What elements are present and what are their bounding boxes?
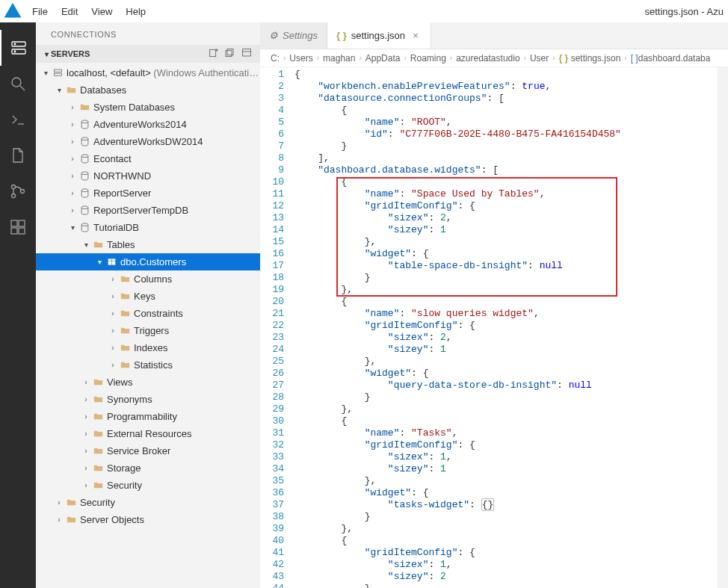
gear-icon: ⚙ bbox=[269, 30, 278, 41]
folder-icon bbox=[118, 291, 132, 302]
svg-rect-14 bbox=[210, 49, 216, 56]
tree-node[interactable]: ›Synonyms bbox=[36, 391, 260, 408]
database-icon bbox=[78, 170, 91, 182]
db-node[interactable]: ›AdventureWorksDW2014 bbox=[36, 133, 260, 150]
folder-icon bbox=[118, 359, 132, 371]
db-node[interactable]: ›NORTHWND bbox=[36, 167, 260, 185]
activity-explorer-icon[interactable] bbox=[0, 137, 36, 173]
db-node[interactable]: ›Econtact bbox=[36, 150, 260, 167]
editor-scrollbar[interactable] bbox=[718, 67, 728, 588]
svg-rect-13 bbox=[19, 228, 25, 234]
databases-node[interactable]: ▾ Databases bbox=[36, 81, 260, 99]
activity-servers-icon[interactable] bbox=[0, 30, 36, 66]
tables-node[interactable]: ▾Tables bbox=[36, 236, 260, 253]
activity-search-icon[interactable] bbox=[0, 66, 36, 102]
database-icon bbox=[78, 188, 91, 199]
activity-extensions-icon[interactable] bbox=[0, 209, 36, 245]
chevron-down-icon: ▾ bbox=[54, 86, 64, 94]
svg-rect-17 bbox=[226, 51, 232, 57]
breadcrumb[interactable]: C:› Users› maghan› AppData› Roaming› azu… bbox=[260, 49, 728, 67]
activity-terminal-icon[interactable] bbox=[0, 102, 36, 137]
new-group-icon[interactable] bbox=[224, 47, 236, 61]
tree-node[interactable]: ›Server Objects bbox=[36, 511, 260, 528]
brackets-icon: [ ] bbox=[631, 53, 638, 64]
db-node[interactable]: ›ReportServer bbox=[36, 185, 260, 202]
folder-icon bbox=[118, 342, 132, 353]
database-icon bbox=[78, 119, 91, 130]
databases-label: Databases bbox=[78, 84, 126, 96]
filter-icon[interactable] bbox=[241, 47, 253, 61]
tree-node[interactable]: ›Constraints bbox=[36, 305, 260, 322]
cursor-bracket-match: {} bbox=[481, 498, 495, 511]
svg-point-25 bbox=[81, 155, 88, 158]
tree-node[interactable]: ›Views bbox=[36, 374, 260, 391]
tree-node[interactable]: ›Programmability bbox=[36, 408, 260, 425]
new-connection-icon[interactable] bbox=[208, 47, 220, 61]
svg-rect-22 bbox=[54, 73, 61, 75]
tree-node[interactable]: ›Indexes bbox=[36, 339, 260, 356]
app-logo-icon bbox=[0, 0, 25, 24]
tree-node[interactable]: ›External Resources bbox=[36, 425, 260, 442]
db-node[interactable]: ›AdventureWorks2014 bbox=[36, 116, 260, 133]
svg-point-9 bbox=[21, 190, 25, 194]
tab-label: settings.json bbox=[351, 30, 405, 41]
database-icon bbox=[78, 153, 91, 164]
window-title: settings.json - Azu bbox=[645, 6, 729, 17]
code-body[interactable]: { "workbench.enablePreviewFeatures": tru… bbox=[294, 67, 718, 588]
menu-file[interactable]: File bbox=[25, 1, 55, 22]
menu-edit[interactable]: Edit bbox=[55, 1, 84, 22]
servers-section-header[interactable]: ▾ SERVERS bbox=[36, 45, 260, 63]
folder-icon bbox=[118, 308, 132, 319]
server-label: localhost, <default> bbox=[67, 67, 151, 78]
tree-node[interactable]: ›Columns bbox=[36, 270, 260, 288]
activity-source-control-icon[interactable] bbox=[0, 173, 36, 209]
db-node[interactable]: ›System Databases bbox=[36, 99, 260, 116]
editor-group: ⚙ Settings { } settings.json × C:› Users… bbox=[260, 22, 728, 588]
svg-rect-19 bbox=[243, 49, 251, 56]
menu-view[interactable]: View bbox=[84, 1, 119, 22]
database-icon bbox=[78, 205, 91, 216]
close-icon[interactable]: × bbox=[410, 30, 422, 41]
section-label: SERVERS bbox=[51, 49, 208, 58]
code-editor[interactable]: 1234567891011121314151617181920212223242… bbox=[260, 67, 728, 588]
database-icon bbox=[78, 136, 91, 147]
svg-rect-10 bbox=[11, 220, 17, 226]
folder-icon bbox=[91, 428, 105, 439]
tab-settings[interactable]: ⚙ Settings bbox=[260, 22, 327, 49]
server-tree[interactable]: ▾ localhost, <default> (Windows Authenti… bbox=[36, 63, 260, 588]
folder-icon bbox=[91, 480, 105, 491]
db-node[interactable]: ›ReportServerTempDB bbox=[36, 202, 260, 219]
menu-help[interactable]: Help bbox=[119, 1, 152, 22]
folder-icon bbox=[118, 325, 132, 336]
folder-icon bbox=[91, 445, 105, 457]
svg-point-23 bbox=[81, 120, 88, 123]
line-numbers: 1234567891011121314151617181920212223242… bbox=[260, 67, 294, 588]
tree-node[interactable]: ›Keys bbox=[36, 288, 260, 305]
svg-point-7 bbox=[12, 185, 16, 189]
svg-line-5 bbox=[20, 86, 25, 90]
tree-node[interactable]: ›Storage bbox=[36, 459, 260, 477]
tree-node[interactable]: ›Service Broker bbox=[36, 442, 260, 459]
server-node[interactable]: ▾ localhost, <default> (Windows Authenti… bbox=[36, 64, 260, 81]
db-node[interactable]: ▾TutorialDB bbox=[36, 219, 260, 236]
tree-node[interactable]: ›Security bbox=[36, 494, 260, 511]
svg-point-4 bbox=[12, 78, 21, 87]
table-node-selected[interactable]: ▾dbo.Customers bbox=[36, 253, 260, 270]
svg-rect-21 bbox=[54, 69, 61, 72]
tab-settings-json[interactable]: { } settings.json × bbox=[327, 22, 431, 49]
svg-rect-18 bbox=[227, 49, 233, 55]
folder-icon bbox=[91, 394, 105, 405]
svg-point-27 bbox=[81, 189, 88, 192]
folder-icon bbox=[64, 497, 78, 508]
server-icon bbox=[51, 67, 64, 78]
tab-label: Settings bbox=[283, 30, 318, 41]
tree-node[interactable]: ›Triggers bbox=[36, 322, 260, 339]
tree-node[interactable]: ›Statistics bbox=[36, 356, 260, 374]
editor-tabs: ⚙ Settings { } settings.json × bbox=[260, 22, 728, 49]
svg-rect-11 bbox=[19, 220, 25, 226]
svg-point-24 bbox=[81, 137, 88, 140]
svg-point-3 bbox=[14, 51, 16, 52]
tree-node[interactable]: ›Security bbox=[36, 477, 260, 494]
menu-bar: File Edit View Help bbox=[25, 1, 152, 22]
json-icon: { } bbox=[336, 30, 347, 41]
